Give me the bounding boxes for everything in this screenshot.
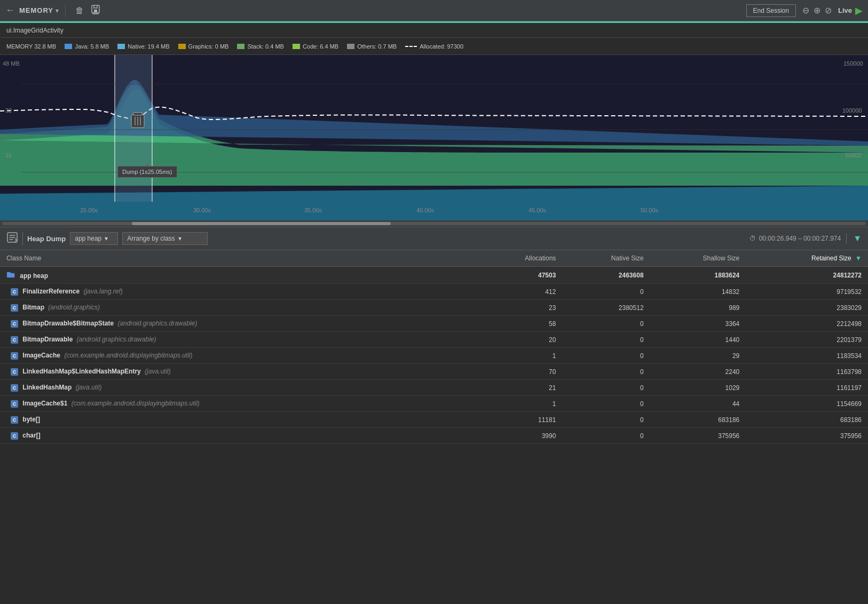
back-button[interactable]: ← bbox=[5, 5, 15, 16]
class-name-text: app heap bbox=[20, 272, 48, 280]
cell-allocations: 47503 bbox=[477, 267, 562, 284]
cell-shallow-size: 375956 bbox=[650, 428, 746, 444]
legend-others-color bbox=[347, 44, 354, 49]
class-name-text: LinkedHashMap bbox=[22, 384, 72, 391]
cell-native-size: 2463608 bbox=[562, 267, 650, 284]
class-badge-icon: C bbox=[11, 352, 18, 360]
class-name-text: Bitmap bbox=[22, 304, 44, 311]
time-range-text: 00:00:26.949 – 00:00:27.974 bbox=[759, 235, 841, 242]
col-allocations[interactable]: Allocations bbox=[477, 250, 562, 267]
cell-native-size: 2380512 bbox=[562, 300, 650, 316]
class-name-text: char[] bbox=[22, 432, 40, 439]
legend-code-color bbox=[293, 44, 300, 49]
cell-shallow-size: 44 bbox=[650, 396, 746, 412]
class-badge-icon: C bbox=[11, 384, 18, 392]
col-native-size[interactable]: Native Size bbox=[562, 250, 650, 267]
live-label: Live bbox=[838, 6, 852, 14]
class-name-text: BitmapDrawable$BitmapState bbox=[22, 320, 114, 327]
app-title: MEMORY bbox=[19, 6, 53, 14]
table-row[interactable]: C BitmapDrawable$BitmapState (android.gr… bbox=[0, 316, 868, 332]
end-session-button[interactable]: End Session bbox=[746, 4, 796, 17]
time-icon: ⏱ bbox=[749, 235, 756, 242]
chart-scrollbar[interactable] bbox=[0, 220, 868, 227]
allocated-dashed-line bbox=[405, 46, 417, 47]
col-retained-size[interactable]: Retained Size ▼ bbox=[746, 250, 868, 267]
memory-legend: MEMORY 32.8 MB Java: 5.8 MB Native: 19.4… bbox=[0, 38, 868, 55]
heap-dump-icon bbox=[6, 232, 18, 246]
heap-app-heap-dropdown[interactable]: app heap ▾ bbox=[70, 232, 118, 245]
scrollbar-track[interactable] bbox=[2, 222, 866, 225]
cell-allocations: 11181 bbox=[477, 412, 562, 428]
cell-shallow-size: 29 bbox=[650, 348, 746, 364]
table-row[interactable]: C LinkedHashMap (java.util) 210102911611… bbox=[0, 380, 868, 396]
arrange-dropdown-arrow: ▾ bbox=[178, 235, 182, 242]
app-heap-dropdown-arrow: ▾ bbox=[105, 235, 108, 242]
legend-code-text: Code: 6.4 MB bbox=[303, 43, 338, 50]
table-row[interactable]: app heap 475032463608188362424812272 bbox=[0, 267, 868, 284]
class-package-text: (java.util) bbox=[145, 368, 171, 375]
heap-arrange-dropdown[interactable]: Arrange by class ▾ bbox=[122, 232, 208, 245]
col-class-name[interactable]: Class Name bbox=[0, 250, 477, 267]
class-badge-icon: C bbox=[11, 304, 18, 312]
legend-stack-color bbox=[237, 44, 244, 49]
cell-class-name: C Bitmap (android.graphics) bbox=[0, 300, 477, 316]
cell-native-size: 0 bbox=[562, 364, 650, 380]
table-row[interactable]: C BitmapDrawable (android.graphics.drawa… bbox=[0, 332, 868, 348]
heap-separator-1 bbox=[22, 232, 23, 245]
cell-retained-size: 2383029 bbox=[746, 300, 868, 316]
legend-stack: Stack: 0.4 MB bbox=[237, 43, 283, 50]
table-row[interactable]: C FinalizerReference (java.lang.ref) 412… bbox=[0, 284, 868, 300]
table-row[interactable]: C ImageCache$1 (com.example.android.disp… bbox=[0, 396, 868, 412]
table-header-row: Class Name Allocations Native Size Shall… bbox=[0, 250, 868, 267]
cell-allocations: 23 bbox=[477, 300, 562, 316]
class-name-text: ImageCache$1 bbox=[22, 400, 67, 407]
play-button[interactable]: ▶ bbox=[855, 5, 863, 17]
table-row[interactable]: C char[] 39900375956375956 bbox=[0, 428, 868, 444]
legend-graphics-color bbox=[178, 44, 186, 49]
cell-native-size: 0 bbox=[562, 332, 650, 348]
time-separator bbox=[846, 233, 847, 244]
legend-others-text: Others: 0.7 MB bbox=[357, 43, 397, 50]
cell-shallow-size: 989 bbox=[650, 300, 746, 316]
svg-rect-3 bbox=[115, 55, 152, 202]
cell-allocations: 1 bbox=[477, 396, 562, 412]
arrange-label: Arrange by class bbox=[127, 235, 175, 242]
zoom-in-icon[interactable]: ⊕ bbox=[814, 5, 820, 15]
cell-retained-size: 9719532 bbox=[746, 284, 868, 300]
class-badge-icon: C bbox=[11, 368, 18, 376]
heap-dump-label: Heap Dump bbox=[27, 235, 66, 243]
zoom-controls: ⊖ ⊕ ⊘ bbox=[802, 5, 832, 15]
activity-label: ui.ImageGridActivity bbox=[6, 27, 64, 34]
cell-allocations: 412 bbox=[477, 284, 562, 300]
cell-shallow-size: 683186 bbox=[650, 412, 746, 428]
cell-native-size: 0 bbox=[562, 284, 650, 300]
dump-tooltip: Dump (1s25.05ms) bbox=[117, 166, 177, 178]
app-heap-label: app heap bbox=[75, 235, 101, 242]
table-row[interactable]: C LinkedHashMap$LinkedHashMapEntry (java… bbox=[0, 364, 868, 380]
cell-allocations: 1 bbox=[477, 348, 562, 364]
cell-retained-size: 375956 bbox=[746, 428, 868, 444]
col-shallow-size[interactable]: Shallow Size bbox=[650, 250, 746, 267]
legend-java: Java: 5.8 MB bbox=[65, 43, 109, 50]
legend-native-text: Native: 19.4 MB bbox=[128, 43, 169, 50]
title-dropdown-arrow[interactable]: ▾ bbox=[56, 7, 59, 14]
cell-native-size: 0 bbox=[562, 348, 650, 364]
table-row[interactable]: C byte[] 111810683186683186 bbox=[0, 412, 868, 428]
save-icon[interactable] bbox=[90, 4, 101, 17]
memory-chart[interactable]: 48 MB 32 16 150000 100000 50000 25.00s 3… bbox=[0, 55, 868, 220]
legend-total-text: MEMORY 32.8 MB bbox=[6, 43, 56, 50]
table-row[interactable]: C Bitmap (android.graphics) 232380512989… bbox=[0, 300, 868, 316]
zoom-out-icon[interactable]: ⊖ bbox=[802, 5, 809, 15]
table-row[interactable]: C ImageCache (com.example.android.displa… bbox=[0, 348, 868, 364]
settings-icon[interactable]: ⊘ bbox=[825, 5, 832, 15]
heap-time-range: ⏱ 00:00:26.949 – 00:00:27.974 bbox=[749, 233, 849, 244]
class-name-text: byte[] bbox=[22, 416, 40, 423]
cell-retained-size: 1161197 bbox=[746, 380, 868, 396]
class-badge-icon: C bbox=[11, 416, 18, 424]
heap-filter-icon[interactable]: ▼ bbox=[853, 234, 862, 243]
scrollbar-thumb[interactable] bbox=[132, 222, 391, 225]
class-badge-icon: C bbox=[11, 432, 18, 440]
delete-icon[interactable]: 🗑 bbox=[75, 6, 84, 15]
cell-shallow-size: 2240 bbox=[650, 364, 746, 380]
svg-text:32: 32 bbox=[5, 107, 12, 114]
